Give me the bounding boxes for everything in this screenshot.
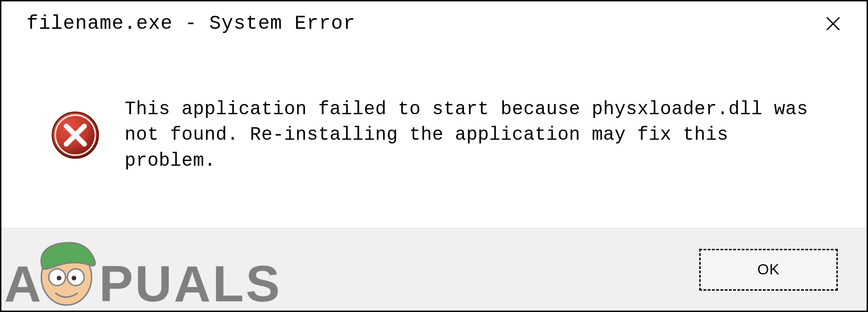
dialog-message: This application failed to start because… <box>125 97 813 174</box>
watermark: A PUALS <box>1 227 327 311</box>
close-icon <box>825 15 841 32</box>
ok-button[interactable]: OK <box>699 249 838 291</box>
dialog-content: This application failed to start because… <box>1 42 867 228</box>
error-icon <box>50 110 100 160</box>
dialog-title: filename.exe - System Error <box>27 13 356 35</box>
close-button[interactable] <box>819 10 847 38</box>
svg-point-6 <box>41 249 92 305</box>
svg-text:PUALS: PUALS <box>99 255 282 311</box>
svg-point-7 <box>49 269 66 286</box>
svg-text:A: A <box>4 255 43 311</box>
dialog-titlebar[interactable]: filename.exe - System Error <box>1 1 867 42</box>
svg-point-10 <box>72 276 76 280</box>
svg-point-8 <box>67 269 84 286</box>
error-dialog: filename.exe - System Error This applica… <box>0 0 868 312</box>
dialog-button-bar: A PUALS OK <box>1 228 867 311</box>
svg-point-9 <box>57 276 61 280</box>
